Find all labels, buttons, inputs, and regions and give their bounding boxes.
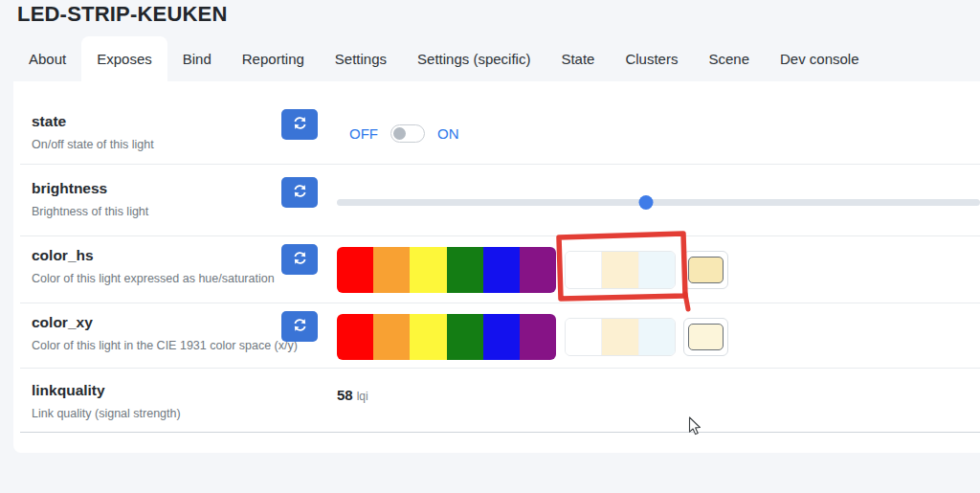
linkquality-value: 58lqi bbox=[337, 387, 368, 403]
page-title: LED-STRIP-KEUKEN bbox=[17, 2, 228, 27]
expose-description: Link quality (signal strength) bbox=[32, 407, 181, 421]
state-toggle-switch[interactable] bbox=[390, 124, 425, 143]
tab-clusters[interactable]: Clusters bbox=[610, 36, 693, 81]
color-preset-red[interactable] bbox=[337, 247, 373, 293]
expose-name: state bbox=[32, 113, 154, 130]
color-preset-purple[interactable] bbox=[520, 247, 556, 293]
color-hs-white-preset-strip bbox=[565, 251, 676, 289]
expose-description: Color of this light in the CIE 1931 colo… bbox=[32, 339, 298, 353]
color-preset-yellow[interactable] bbox=[410, 314, 446, 360]
tab-reporting[interactable]: Reporting bbox=[227, 36, 320, 81]
expose-label-block: brightness Brightness of this light bbox=[32, 180, 148, 219]
color-preset-green[interactable] bbox=[447, 247, 483, 293]
color-preset-blue[interactable] bbox=[483, 314, 520, 360]
color-xy-white-preset-strip bbox=[565, 318, 676, 356]
tab-settings-specific[interactable]: Settings (specific) bbox=[402, 36, 546, 81]
tab-bind[interactable]: Bind bbox=[167, 36, 227, 81]
brightness-slider[interactable] bbox=[337, 199, 980, 206]
expose-row-brightness: brightness Brightness of this light bbox=[20, 165, 980, 236]
color-hs-current-swatch bbox=[688, 257, 724, 283]
expose-row-color-xy: color_xy Color of this light in the CIE … bbox=[20, 303, 980, 369]
tab-state[interactable]: State bbox=[546, 36, 610, 81]
toggle-off-label: OFF bbox=[349, 125, 378, 142]
color-preset-orange[interactable] bbox=[373, 247, 410, 293]
exposes-panel: state On/off state of this light OFF bbox=[13, 81, 980, 453]
expose-name: color_xy bbox=[32, 314, 298, 331]
color-preset-purple[interactable] bbox=[520, 314, 556, 360]
toggle-knob bbox=[393, 127, 406, 140]
tab-exposes[interactable]: Exposes bbox=[81, 36, 167, 81]
brightness-slider-thumb[interactable] bbox=[638, 195, 653, 210]
expose-description: Color of this light expressed as hue/sat… bbox=[32, 272, 275, 286]
expose-name: linkquality bbox=[32, 382, 181, 399]
expose-label-block: state On/off state of this light bbox=[32, 113, 154, 152]
refresh-color-xy-button[interactable] bbox=[281, 311, 318, 342]
color-preset-orange[interactable] bbox=[373, 314, 410, 360]
color-xy-picker-button[interactable] bbox=[683, 318, 728, 356]
color-hs-picker-button[interactable] bbox=[683, 251, 728, 289]
refresh-state-button[interactable] bbox=[281, 109, 318, 140]
tab-about[interactable]: About bbox=[13, 36, 81, 81]
color-xy-preset-strip bbox=[337, 314, 556, 360]
tab-dev-console[interactable]: Dev console bbox=[765, 36, 875, 81]
sync-icon bbox=[292, 317, 308, 336]
sync-icon bbox=[292, 250, 308, 269]
sync-icon bbox=[292, 183, 308, 202]
device-page: LED-STRIP-KEUKEN About Exposes Bind Repo… bbox=[0, 0, 980, 493]
color-preset-blue[interactable] bbox=[483, 247, 520, 293]
expose-label-block: color_xy Color of this light in the CIE … bbox=[32, 314, 298, 353]
white-preset-cool[interactable] bbox=[638, 252, 675, 288]
refresh-color-hs-button[interactable] bbox=[281, 244, 318, 275]
color-preset-green[interactable] bbox=[447, 314, 483, 360]
white-preset-white[interactable] bbox=[566, 252, 601, 288]
expose-name: brightness bbox=[32, 180, 148, 197]
white-preset-warm[interactable] bbox=[601, 319, 637, 355]
tab-settings[interactable]: Settings bbox=[320, 36, 402, 81]
white-preset-cool[interactable] bbox=[638, 319, 675, 355]
expose-label-block: color_hs Color of this light expressed a… bbox=[32, 247, 275, 286]
expose-row-state: state On/off state of this light OFF bbox=[20, 81, 980, 165]
sync-icon bbox=[292, 115, 308, 134]
tab-scene[interactable]: Scene bbox=[693, 36, 765, 81]
expose-row-color-hs: color_hs Color of this light expressed a… bbox=[20, 236, 980, 303]
color-preset-yellow[interactable] bbox=[410, 247, 446, 293]
refresh-brightness-button[interactable] bbox=[281, 177, 318, 208]
expose-name: color_hs bbox=[32, 247, 275, 264]
expose-label-block: linkquality Link quality (signal strengt… bbox=[32, 382, 181, 421]
expose-row-linkquality: linkquality Link quality (signal strengt… bbox=[20, 369, 980, 433]
linkquality-unit: lqi bbox=[357, 390, 368, 403]
color-xy-current-swatch bbox=[688, 324, 724, 350]
device-tabs: About Exposes Bind Reporting Settings Se… bbox=[13, 36, 875, 81]
expose-description: On/off state of this light bbox=[32, 138, 154, 152]
color-preset-red[interactable] bbox=[337, 314, 373, 360]
white-preset-warm[interactable] bbox=[601, 252, 637, 288]
state-toggle-group: OFF ON bbox=[349, 124, 459, 143]
white-preset-white[interactable] bbox=[566, 319, 601, 355]
linkquality-number: 58 bbox=[337, 387, 353, 403]
expose-description: Brightness of this light bbox=[32, 205, 148, 219]
color-hs-preset-strip bbox=[337, 247, 556, 293]
toggle-on-label: ON bbox=[437, 125, 459, 142]
